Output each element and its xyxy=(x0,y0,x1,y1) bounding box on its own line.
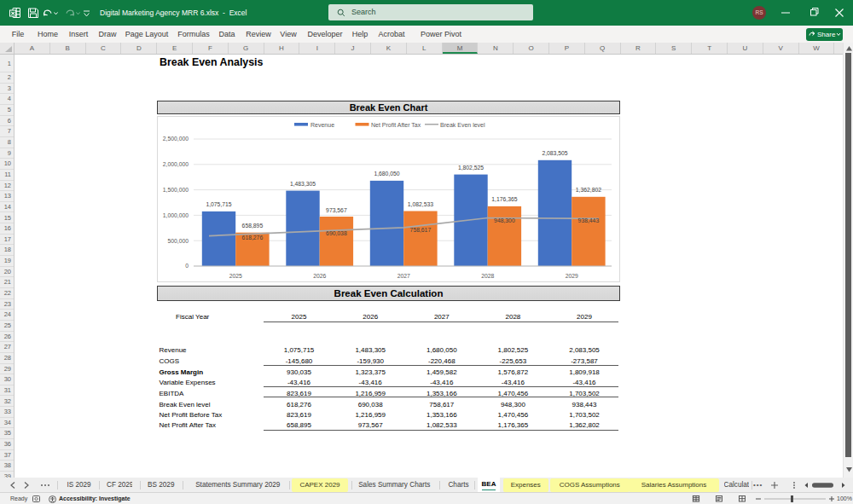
svg-text:Revenue: Revenue xyxy=(310,122,334,128)
svg-text:938,443: 938,443 xyxy=(578,217,600,223)
svg-text:2,500,000: 2,500,000 xyxy=(163,136,189,142)
svg-text:Net Profit After Tax: Net Profit After Tax xyxy=(371,122,421,128)
svg-text:Break Even level: Break Even level xyxy=(440,122,485,128)
svg-text:1,000,000: 1,000,000 xyxy=(163,212,189,218)
svg-text:1,483,305: 1,483,305 xyxy=(290,181,316,187)
svg-text:1,802,525: 1,802,525 xyxy=(458,165,484,171)
svg-text:2,000,000: 2,000,000 xyxy=(163,161,189,167)
svg-text:500,000: 500,000 xyxy=(167,238,189,244)
svg-text:1,680,050: 1,680,050 xyxy=(374,171,399,177)
svg-text:658,895: 658,895 xyxy=(242,223,264,229)
svg-text:2025: 2025 xyxy=(229,273,242,279)
svg-text:1,082,533: 1,082,533 xyxy=(408,201,433,207)
svg-text:973,567: 973,567 xyxy=(326,207,347,213)
svg-text:2,083,505: 2,083,505 xyxy=(542,150,567,156)
svg-text:2028: 2028 xyxy=(481,273,494,279)
svg-text:1,362,802: 1,362,802 xyxy=(576,187,601,193)
svg-text:1,075,715: 1,075,715 xyxy=(206,201,231,207)
svg-text:948,300: 948,300 xyxy=(494,217,515,223)
svg-text:0: 0 xyxy=(185,263,189,269)
svg-text:758,617: 758,617 xyxy=(410,227,432,233)
svg-text:2029: 2029 xyxy=(566,273,578,279)
svg-text:2027: 2027 xyxy=(397,273,410,279)
svg-text:618,276: 618,276 xyxy=(242,235,264,240)
svg-text:690,038: 690,038 xyxy=(326,230,347,236)
svg-text:2026: 2026 xyxy=(313,273,326,279)
svg-text:1,500,000: 1,500,000 xyxy=(163,187,189,193)
svg-text:1,176,365: 1,176,365 xyxy=(491,196,517,202)
